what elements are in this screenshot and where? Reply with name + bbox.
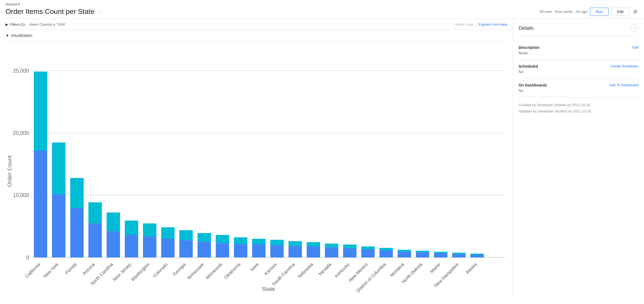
svg-rect-56 [452, 254, 466, 257]
svg-text:Colorado: Colorado [152, 262, 168, 278]
svg-text:Washington: Washington [130, 262, 151, 282]
svg-rect-40 [307, 246, 320, 257]
svg-text:Arizona: Arizona [81, 262, 96, 276]
svg-rect-18 [107, 231, 120, 258]
svg-rect-55 [434, 252, 447, 253]
right-panel: Details → Description Edit None Schedule… [513, 19, 644, 298]
description-value: None [519, 51, 639, 55]
filters-bar: ▶ Filters (1) Users Country is "USA" Res… [0, 19, 513, 30]
details-title: Details [519, 25, 534, 31]
filters-actions: Reset Look | Explore from Here [455, 22, 507, 26]
svg-rect-22 [143, 236, 156, 257]
svg-rect-17 [88, 202, 102, 223]
created-text: Created by Developer Student on 2021-10-… [519, 102, 639, 108]
dashboards-section: On Dashboards Add To Dashboard No [519, 79, 639, 97]
filters-toggle[interactable]: ▶ Filters (1) [5, 22, 25, 26]
svg-text:Alaska: Alaska [465, 262, 478, 275]
dashboards-label: On Dashboards [519, 83, 547, 87]
edit-button[interactable]: Edit [611, 8, 629, 16]
svg-rect-51 [398, 250, 411, 252]
breadcrumb: Shared ▾ [5, 2, 639, 6]
visualization-label: Visualization [11, 33, 32, 38]
left-panel: ▶ Filters (1) Users Country is "USA" Res… [0, 19, 513, 298]
description-section: Description Edit None [519, 41, 639, 60]
svg-text:California: California [24, 262, 41, 279]
filters-label: Filters (1) [10, 22, 25, 26]
svg-text:New York: New York [42, 262, 60, 279]
run-button[interactable]: Run [590, 8, 609, 16]
scheduled-value: No [519, 70, 639, 74]
svg-rect-37 [270, 240, 284, 245]
created-info: Created by Developer Student on 2021-10-… [519, 97, 639, 119]
svg-text:Oklahoma: Oklahoma [223, 262, 242, 280]
svg-text:Iowa: Iowa [249, 262, 260, 272]
svg-rect-29 [198, 233, 211, 242]
settings-icon[interactable]: ⚙ [632, 8, 639, 16]
svg-rect-19 [107, 212, 120, 231]
svg-rect-31 [216, 235, 229, 243]
svg-rect-44 [343, 248, 356, 257]
scheduled-section: Scheduled Create Schedules No [519, 60, 639, 79]
shared-label: Shared [5, 2, 17, 6]
title-row: Order Items Count per State ♡ 50 rows · … [5, 7, 639, 16]
reset-look-link[interactable]: Reset Look [455, 22, 473, 26]
svg-text:Montana: Montana [389, 262, 405, 278]
svg-text:0: 0 [26, 255, 29, 261]
svg-text:State: State [262, 286, 275, 292]
chart-svg: Order Count 25,000 20,000 10,000 0 [3, 47, 510, 296]
svg-text:Florida: Florida [64, 262, 78, 275]
description-edit-link[interactable]: Edit [633, 45, 639, 49]
svg-rect-57 [452, 253, 466, 254]
visualization-toggle[interactable]: ▼ Visualization [5, 30, 507, 41]
svg-rect-38 [288, 246, 302, 257]
svg-rect-42 [325, 248, 338, 258]
svg-text:Kentucky: Kentucky [334, 262, 351, 279]
svg-rect-59 [470, 254, 484, 255]
expand-icon[interactable]: → [631, 24, 639, 32]
svg-rect-43 [325, 244, 338, 248]
svg-rect-12 [52, 194, 65, 258]
add-to-dashboard-link[interactable]: Add To Dashboard [609, 83, 639, 87]
explore-from-here-link[interactable]: Explore from Here [479, 22, 507, 26]
svg-rect-16 [88, 223, 102, 258]
svg-rect-14 [70, 208, 84, 258]
svg-text:Georgia: Georgia [172, 262, 187, 277]
svg-rect-23 [143, 223, 156, 236]
header-actions: 50 rows · from cache · 2m ago Run Edit ⚙ [540, 8, 639, 16]
updated-text: Updated by Developer Student on 2021-10-… [519, 108, 639, 114]
svg-rect-50 [398, 252, 411, 257]
svg-rect-21 [125, 220, 138, 235]
svg-rect-34 [252, 245, 266, 257]
svg-text:Order Count: Order Count [6, 155, 13, 187]
svg-text:Tennessee: Tennessee [186, 262, 205, 281]
svg-rect-26 [179, 240, 193, 257]
dashboards-value: No [519, 88, 639, 93]
svg-rect-47 [361, 246, 375, 249]
triangle-right-icon: ▶ [5, 22, 8, 26]
svg-rect-25 [161, 227, 174, 239]
dashboards-row: On Dashboards Add To Dashboard [519, 83, 639, 87]
svg-text:25,000: 25,000 [13, 68, 29, 74]
visualization-section: ▼ Visualization [0, 30, 513, 41]
svg-text:Nebraska: Nebraska [297, 262, 314, 279]
scheduled-label: Scheduled [519, 64, 538, 68]
svg-rect-15 [70, 178, 84, 208]
svg-rect-49 [380, 248, 393, 250]
svg-rect-30 [216, 243, 229, 258]
svg-rect-33 [234, 237, 247, 244]
create-schedules-link[interactable]: Create Schedules [610, 64, 639, 68]
filter-text: Users Country is "USA" [29, 22, 66, 26]
svg-rect-39 [288, 241, 302, 246]
svg-rect-13 [52, 142, 65, 194]
svg-rect-54 [434, 253, 447, 258]
svg-rect-48 [380, 250, 393, 257]
description-row: Description Edit [519, 45, 639, 50]
svg-text:Minnesota: Minnesota [205, 262, 223, 280]
favorite-icon[interactable]: ♡ [97, 9, 102, 15]
chart-container: Order Count 25,000 20,000 10,000 0 [0, 41, 513, 298]
svg-rect-53 [416, 251, 429, 252]
svg-text:10,000: 10,000 [13, 192, 29, 198]
svg-rect-10 [34, 151, 47, 258]
svg-rect-20 [125, 235, 138, 258]
main-layout: ▶ Filters (1) Users Country is "USA" Res… [0, 19, 644, 298]
